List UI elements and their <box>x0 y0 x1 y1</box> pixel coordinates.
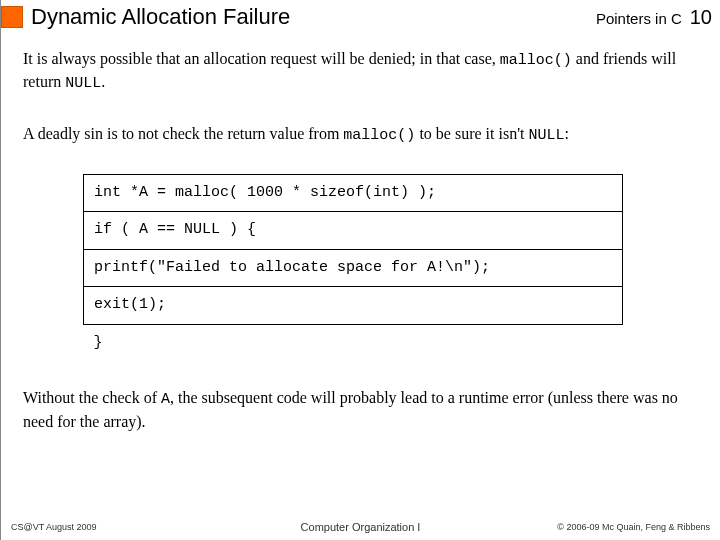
inline-code: NULL <box>528 127 564 144</box>
header-right: Pointers in C 10 <box>596 6 712 29</box>
paragraph-2: A deadly sin is to not check the return … <box>23 123 698 146</box>
inline-code: NULL <box>65 75 101 92</box>
text: to be sure it isn't <box>415 125 528 142</box>
footer-center: Computer Organization I <box>301 521 421 533</box>
code-line: if ( A == NULL ) { <box>84 212 623 250</box>
code-line: printf("Failed to allocate space for A!\… <box>84 249 623 287</box>
paragraph-1: It is always possible that an allocation… <box>23 48 698 95</box>
slide-title: Dynamic Allocation Failure <box>31 4 596 30</box>
inline-code: A <box>161 391 170 408</box>
section-label: Pointers in C <box>596 10 682 27</box>
slide-header: Dynamic Allocation Failure Pointers in C… <box>1 0 720 32</box>
text: A deadly sin is to not check the return … <box>23 125 343 142</box>
page-number: 10 <box>690 6 712 29</box>
code-line: exit(1); <box>84 287 623 325</box>
code-line: int *A = malloc( 1000 * sizeof(int) ); <box>84 174 623 212</box>
code-block: int *A = malloc( 1000 * sizeof(int) ); i… <box>83 174 623 362</box>
footer-left: CS@VT August 2009 <box>11 522 97 532</box>
slide-content: It is always possible that an allocation… <box>1 32 720 432</box>
code-line: } <box>84 324 623 361</box>
text: It is always possible that an allocation… <box>23 50 500 67</box>
text: Without the check of <box>23 389 161 406</box>
inline-code: malloc() <box>500 52 572 69</box>
text: : <box>564 125 568 142</box>
slide-footer: CS@VT August 2009 Computer Organization … <box>11 522 710 532</box>
paragraph-3: Without the check of A, the subsequent c… <box>23 387 698 432</box>
bullet-icon <box>1 6 23 28</box>
footer-right: © 2006-09 Mc Quain, Feng & Ribbens <box>557 522 710 532</box>
text: . <box>101 73 105 90</box>
inline-code: malloc() <box>343 127 415 144</box>
slide: Dynamic Allocation Failure Pointers in C… <box>0 0 720 540</box>
